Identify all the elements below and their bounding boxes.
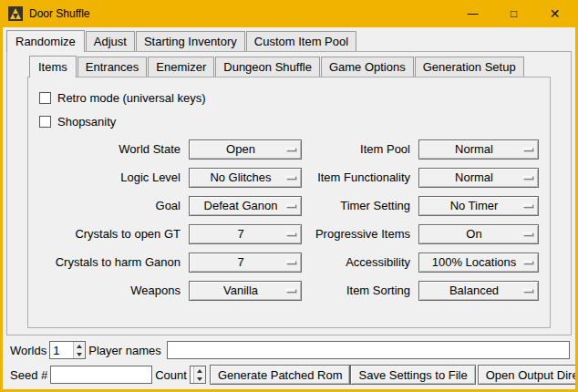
tab-adjust[interactable]: Adjust bbox=[86, 31, 135, 51]
timer-setting-label: Timer Setting bbox=[302, 196, 418, 216]
maximize-icon: □ bbox=[511, 7, 517, 20]
shopsanity-checkbox[interactable] bbox=[39, 116, 51, 128]
tab-starting-inventory[interactable]: Starting Inventory bbox=[136, 31, 245, 51]
player-names-label: Player names bbox=[86, 344, 163, 357]
shopsanity-row: Shopsanity bbox=[39, 110, 542, 132]
close-icon: ✕ bbox=[550, 6, 561, 21]
minimize-button[interactable]: — bbox=[452, 0, 493, 27]
worlds-spin-up-button[interactable] bbox=[74, 342, 85, 350]
titlebar: Door Shuffle — □ ✕ bbox=[3, 0, 575, 27]
count-spinbox[interactable] bbox=[190, 366, 206, 384]
item-sorting-value: Balanced bbox=[449, 282, 508, 300]
item-sorting-dropdown[interactable]: Balanced bbox=[418, 281, 539, 301]
arrow-down-icon bbox=[197, 377, 202, 381]
crystals-gt-label: Crystals to open GT bbox=[36, 224, 189, 244]
worlds-input[interactable] bbox=[50, 342, 73, 358]
crystals-ganon-dropdown[interactable]: 7 bbox=[189, 253, 302, 273]
accessibility-value: 100% Locations bbox=[432, 253, 526, 272]
bottom-bar: Worlds Player names Seed # Count bbox=[3, 335, 575, 389]
randomize-panel: Items Entrances Enemizer Dungeon Shuffle… bbox=[6, 51, 572, 335]
dropdown-indicator-icon bbox=[523, 176, 533, 180]
world-state-dropdown[interactable]: Open bbox=[189, 139, 302, 160]
main-tab-bar: Randomize Adjust Starting Inventory Cust… bbox=[3, 27, 575, 51]
maximize-button[interactable]: □ bbox=[493, 0, 534, 27]
count-label: Count bbox=[152, 368, 190, 382]
item-sorting-label: Item Sorting bbox=[302, 281, 418, 301]
dropdown-indicator-icon bbox=[286, 204, 296, 208]
item-pool-label: Item Pool bbox=[302, 139, 418, 160]
tab-entrances[interactable]: Entrances bbox=[77, 57, 148, 77]
worlds-spin-down-button[interactable] bbox=[74, 350, 85, 358]
retro-mode-row: Retro mode (universal keys) bbox=[39, 87, 542, 108]
dropdown-indicator-icon bbox=[286, 148, 296, 151]
generate-patched-rom-button[interactable]: Generate Patched Rom bbox=[210, 365, 351, 385]
goal-dropdown[interactable]: Defeat Ganon bbox=[189, 196, 302, 216]
tab-generation-setup[interactable]: Generation Setup bbox=[415, 57, 524, 77]
timer-setting-dropdown[interactable]: No Timer bbox=[418, 196, 539, 216]
progressive-items-dropdown[interactable]: On bbox=[418, 224, 539, 244]
weapons-value: Vanilla bbox=[223, 282, 267, 300]
dropdown-indicator-icon bbox=[523, 232, 533, 236]
worlds-spin-arrows bbox=[73, 342, 85, 358]
tab-dungeon-shuffle[interactable]: Dungeon Shuffle bbox=[215, 57, 320, 77]
accessibility-dropdown[interactable]: 100% Locations bbox=[418, 253, 539, 273]
arrow-up-icon bbox=[197, 369, 202, 373]
app-body: Randomize Adjust Starting Inventory Cust… bbox=[3, 27, 575, 389]
dropdown-indicator-icon bbox=[286, 261, 296, 264]
app-icon bbox=[8, 6, 23, 21]
count-spin-up-button[interactable] bbox=[194, 366, 205, 375]
progressive-items-value: On bbox=[466, 225, 490, 243]
item-functionality-dropdown[interactable]: Normal bbox=[418, 168, 539, 188]
items-panel: Retro mode (universal keys) Shopsanity W… bbox=[27, 77, 551, 328]
close-button[interactable]: ✕ bbox=[534, 0, 575, 27]
count-spin-arrows bbox=[193, 366, 205, 383]
dropdown-indicator-icon bbox=[523, 148, 533, 151]
weapons-label: Weapons bbox=[36, 281, 189, 301]
count-spin-down-button[interactable] bbox=[194, 375, 205, 383]
seed-label: Seed # bbox=[7, 368, 50, 382]
accessibility-label: Accessibility bbox=[302, 253, 418, 273]
dropdown-indicator-icon bbox=[286, 232, 296, 236]
progressive-items-label: Progressive Items bbox=[302, 224, 418, 244]
logic-level-label: Logic Level bbox=[36, 168, 189, 188]
save-settings-button[interactable]: Save Settings to File bbox=[350, 365, 475, 385]
window-title: Door Shuffle bbox=[29, 7, 90, 20]
shopsanity-label: Shopsanity bbox=[57, 116, 116, 128]
dropdown-indicator-icon bbox=[523, 261, 533, 264]
options-grid: World State Open Item Pool Normal Logic … bbox=[36, 139, 542, 301]
window-controls: — □ ✕ bbox=[452, 0, 575, 27]
arrow-down-icon bbox=[77, 353, 82, 356]
open-output-directory-button[interactable]: Open Output Directory bbox=[478, 365, 578, 385]
worlds-label: Worlds bbox=[7, 344, 49, 357]
goal-value: Defeat Ganon bbox=[204, 197, 287, 215]
logic-level-value: No Glitches bbox=[210, 169, 280, 187]
dropdown-indicator-icon bbox=[523, 289, 533, 293]
crystals-gt-dropdown[interactable]: 7 bbox=[189, 224, 302, 244]
crystals-ganon-label: Crystals to harm Ganon bbox=[36, 253, 189, 273]
item-functionality-value: Normal bbox=[455, 169, 502, 187]
world-state-label: World State bbox=[36, 139, 189, 160]
logic-level-dropdown[interactable]: No Glitches bbox=[189, 168, 302, 188]
item-pool-value: Normal bbox=[455, 140, 502, 159]
retro-mode-checkbox[interactable] bbox=[39, 92, 51, 104]
door-shuffle-window: Door Shuffle — □ ✕ Randomize Adjust Star… bbox=[0, 0, 578, 392]
arrow-up-icon bbox=[77, 345, 82, 348]
timer-setting-value: No Timer bbox=[450, 197, 508, 215]
seed-input[interactable] bbox=[50, 366, 152, 384]
item-functionality-label: Item Functionality bbox=[302, 168, 418, 188]
tab-enemizer[interactable]: Enemizer bbox=[148, 57, 214, 77]
worlds-row: Worlds Player names bbox=[7, 338, 571, 362]
tab-items[interactable]: Items bbox=[29, 56, 77, 77]
retro-mode-label: Retro mode (universal keys) bbox=[57, 92, 206, 104]
tab-custom-item-pool[interactable]: Custom Item Pool bbox=[246, 31, 356, 51]
player-names-input[interactable] bbox=[167, 341, 570, 359]
crystals-gt-value: 7 bbox=[237, 225, 253, 243]
tab-game-options[interactable]: Game Options bbox=[321, 57, 414, 77]
minimize-icon: — bbox=[468, 7, 479, 20]
weapons-dropdown[interactable]: Vanilla bbox=[189, 281, 302, 301]
goal-label: Goal bbox=[36, 196, 189, 216]
item-pool-dropdown[interactable]: Normal bbox=[418, 139, 539, 160]
tab-randomize[interactable]: Randomize bbox=[6, 30, 85, 52]
dropdown-indicator-icon bbox=[286, 289, 296, 293]
worlds-spinbox[interactable] bbox=[49, 341, 86, 359]
